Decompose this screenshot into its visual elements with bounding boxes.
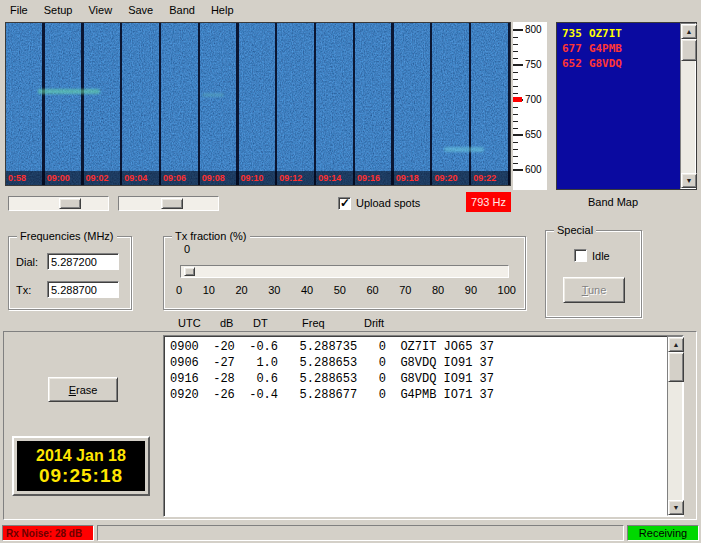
decode-scrollbar[interactable]: ▲ ▼ <box>667 336 683 516</box>
level-meter-right[interactable] <box>118 196 219 211</box>
band-map-scrollbar[interactable]: ▲ ▼ <box>680 23 696 189</box>
decode-message: G4PMB IO71 37 <box>386 387 494 403</box>
idle-checkbox[interactable] <box>574 249 587 262</box>
decode-row[interactable]: 0916-280.65.2886530G8VDQ IO91 37 <box>170 371 663 387</box>
idle-label: Idle <box>592 250 610 262</box>
band-map-entry-call: OZ7IT <box>589 26 622 41</box>
menu-item[interactable]: Band <box>161 2 203 18</box>
decode-drift: 0 <box>357 355 386 371</box>
scale-tick-label: 70 <box>399 284 411 296</box>
decode-freq: 5.288677 <box>278 387 357 403</box>
receiving-status: Receiving <box>627 525 699 541</box>
signal-trace <box>202 93 224 97</box>
time-label: 09:20 <box>432 171 471 185</box>
band-map-entry[interactable]: 652 G8VDQ <box>562 56 676 71</box>
decode-utc: 0900 <box>170 339 199 355</box>
scale-label: 800 <box>525 24 547 36</box>
signal-trace <box>38 89 100 94</box>
meter-thumb[interactable] <box>161 198 183 209</box>
time-label: 09:06 <box>161 171 200 185</box>
tx-label: Tx: <box>16 284 47 296</box>
status-bar: Rx Noise: 28 dB Receiving <box>0 523 701 543</box>
scale-tick-label: 30 <box>268 284 280 296</box>
scroll-down-button[interactable]: ▼ <box>681 173 697 188</box>
decode-row[interactable]: 0920-26-0.45.2886770G4PMB IO71 37 <box>170 387 663 403</box>
scale-tick-label: 80 <box>432 284 444 296</box>
scrollbar-thumb[interactable] <box>668 352 684 382</box>
decode-snr: -20 <box>199 339 235 355</box>
scale-tick-label: 20 <box>235 284 247 296</box>
scale-tick-label: 0 <box>176 284 182 296</box>
arrow-down-icon: ▼ <box>673 504 680 511</box>
decode-row[interactable]: 0906-271.05.2886530G8VDQ IO91 37 <box>170 355 663 371</box>
special-group: Special Idle Tune <box>545 230 642 318</box>
upload-spots-control[interactable]: Upload spots <box>338 195 420 211</box>
scale-tick-label: 40 <box>301 284 313 296</box>
scale-label: 600 <box>525 164 547 176</box>
arrow-up-icon: ▲ <box>686 28 693 35</box>
time-label: 09:14 <box>316 171 355 185</box>
scale-tick-label: 10 <box>203 284 215 296</box>
arrow-up-icon: ▲ <box>673 341 680 348</box>
dial-frequency-input[interactable] <box>47 253 119 270</box>
erase-button[interactable]: Erase <box>48 377 118 402</box>
waterfall-display[interactable]: 0:58 09:00 09:02 09:04 09:06 09:08 09:10… <box>5 22 511 186</box>
tx-frequency-input[interactable] <box>47 281 119 298</box>
menu-item[interactable]: Save <box>120 2 161 18</box>
time-label: 0:58 <box>6 171 45 185</box>
menu-item[interactable]: Help <box>203 2 242 18</box>
decode-message: G8VDQ IO91 37 <box>386 355 494 371</box>
time-label: 09:22 <box>471 171 510 185</box>
menu-item[interactable]: Setup <box>36 2 81 18</box>
tune-button[interactable]: Tune <box>563 277 625 303</box>
band-map-entry[interactable]: 677 G4PMB <box>562 41 676 56</box>
band-map-entry[interactable]: 735 OZ7IT <box>562 26 676 41</box>
decode-utc: 0920 <box>170 387 199 403</box>
frequency-scale: 800 750 700 650 600 <box>513 22 547 190</box>
scale-tick-label: 60 <box>366 284 378 296</box>
idle-control[interactable]: Idle <box>574 249 610 262</box>
menu-item[interactable]: File <box>2 2 36 18</box>
column-header: Drift <box>364 317 384 329</box>
upload-spots-checkbox[interactable] <box>338 197 351 210</box>
scroll-up-button[interactable]: ▲ <box>681 24 697 39</box>
band-map-entry-call: G8VDQ <box>589 56 622 71</box>
decode-snr: -27 <box>199 355 235 371</box>
tx-fraction-group-title: Tx fraction (%) <box>172 230 250 242</box>
band-map-title: Band Map <box>572 196 654 208</box>
decode-freq: 5.288653 <box>278 371 357 387</box>
decode-message: G8VDQ IO91 37 <box>386 371 494 387</box>
tx-fraction-scale: 0 10 20 30 40 50 60 70 80 90 100 <box>176 284 516 296</box>
scale-tick-label: 100 <box>498 284 516 296</box>
decode-drift: 0 <box>357 371 386 387</box>
band-map-entry-call: G4PMB <box>589 41 622 56</box>
decode-message: OZ7IT JO65 37 <box>386 339 494 355</box>
scroll-up-button[interactable]: ▲ <box>668 337 684 352</box>
frequencies-group-title: Frequencies (MHz) <box>17 230 117 242</box>
tx-fraction-slider-thumb[interactable] <box>184 267 195 276</box>
decode-panel: Erase 2014 Jan 18 09:25:18 0900-20-0.65.… <box>3 331 697 520</box>
level-meter-left[interactable] <box>8 196 109 211</box>
frequencies-group: Frequencies (MHz) Dial: Tx: <box>8 236 132 310</box>
decode-utc: 0906 <box>170 355 199 371</box>
menu-item[interactable]: View <box>80 2 120 18</box>
status-spacer <box>97 525 624 541</box>
decode-freq: 5.288735 <box>278 339 357 355</box>
scale-label: 700 <box>525 94 547 106</box>
time-label: 09:12 <box>277 171 316 185</box>
decode-dt: 1.0 <box>235 355 278 371</box>
tx-fraction-slider[interactable] <box>180 265 509 278</box>
time-label: 09:00 <box>45 171 84 185</box>
scale-tick-label: 50 <box>334 284 346 296</box>
scroll-down-button[interactable]: ▼ <box>668 500 684 515</box>
time-label: 09:18 <box>394 171 433 185</box>
special-group-title: Special <box>554 224 596 236</box>
waterfall-time-labels: 0:58 09:00 09:02 09:04 09:06 09:08 09:10… <box>6 171 510 185</box>
decode-utc: 0916 <box>170 371 199 387</box>
column-header: DT <box>253 317 268 329</box>
meter-thumb[interactable] <box>59 198 81 209</box>
decode-row[interactable]: 0900-20-0.65.2887350OZ7IT JO65 37 <box>170 339 663 355</box>
decode-text-area[interactable]: 0900-20-0.65.2887350OZ7IT JO65 37 0906-2… <box>163 335 684 517</box>
decode-snr: -28 <box>199 371 235 387</box>
scrollbar-thumb[interactable] <box>681 39 697 61</box>
